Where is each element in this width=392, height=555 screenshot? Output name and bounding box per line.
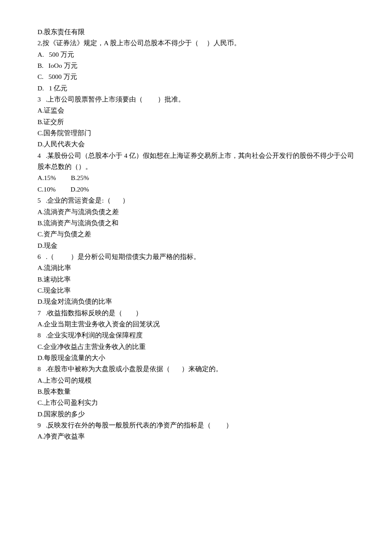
text-line: 7 .收益指数指标反映的是（ ） xyxy=(37,308,355,319)
text-line: C.上市公司盈利实力 xyxy=(37,397,355,408)
text-line: B.流淌资产与流淌负债之和 xyxy=(37,218,355,229)
text-line: D.股东责任有限 xyxy=(37,26,355,38)
text-line: C. 5000 万元 xyxy=(37,71,355,82)
text-line: D.人民代表大会 xyxy=(37,139,355,150)
text-line: 股本总数的（）。 xyxy=(37,161,355,172)
text-line: C.国务院管理部门 xyxy=(37,128,355,139)
text-line: D.每股现金流量的大小 xyxy=(37,352,355,363)
text-line: C.10% D.20% xyxy=(37,184,355,195)
text-line: 8 .在股市中被称为大盘股或小盘股是依据（ ）来确定的。 xyxy=(37,363,355,375)
text-line: B.速动比率 xyxy=(37,274,355,285)
document-page: D.股东责任有限 2,按《证券法》规定，A 股上市公司总股本不得少于（ ）人民币… xyxy=(0,0,392,555)
text-line: D.国家股的多少 xyxy=(37,409,355,420)
text-line: 6 .（ ）是分析公司短期偿债实力最严格的指标。 xyxy=(37,251,355,262)
text-line: A.流淌比率 xyxy=(37,262,355,273)
text-line: 5 .企业的营运资金是:（ ） xyxy=(37,195,355,206)
text-line: B.证交所 xyxy=(37,116,355,128)
text-line: 9 .反映发行在外的每股一般股所代表的净资产的指标是（ ） xyxy=(37,420,355,431)
text-line: A.证监会 xyxy=(37,105,355,116)
text-line: 2,按《证券法》规定，A 股上市公司总股本不得少于（ ）人民币。 xyxy=(37,38,355,49)
text-line: 8 .企业实现净利润的现金保障程度 xyxy=(37,330,355,341)
text-line: A.上市公司的规模 xyxy=(37,375,355,386)
text-line: D.现金对流淌负债的比率 xyxy=(37,296,355,307)
text-line: C.资产与负债之差 xyxy=(37,229,355,240)
text-line: B.股本数量 xyxy=(37,386,355,397)
text-line: 3 .上市公司股票暂停上市须要由（ ）批准。 xyxy=(37,94,355,105)
text-line: B. IoOo 万元 xyxy=(37,60,355,71)
text-line: D. 1 亿元 xyxy=(37,83,355,94)
text-line: C.现金比率 xyxy=(37,285,355,296)
text-line: A.企业当期主营业务收入资金的回笼状况 xyxy=(37,319,355,330)
text-line: A.流淌资产与流淌负债之差 xyxy=(37,206,355,218)
text-line: 4 .某股份公司（总股本小于 4 亿）假如想在上海证券交易所上市，其向社会公开发… xyxy=(37,150,355,161)
text-line: A.15% B.25% xyxy=(37,172,355,183)
text-line: D.现金 xyxy=(37,240,355,251)
text-line: A.净资产收益率 xyxy=(37,431,355,442)
text-line: A. 500 万元 xyxy=(37,49,355,60)
text-line: C.企业净收益占主营业务收入的比重 xyxy=(37,341,355,352)
